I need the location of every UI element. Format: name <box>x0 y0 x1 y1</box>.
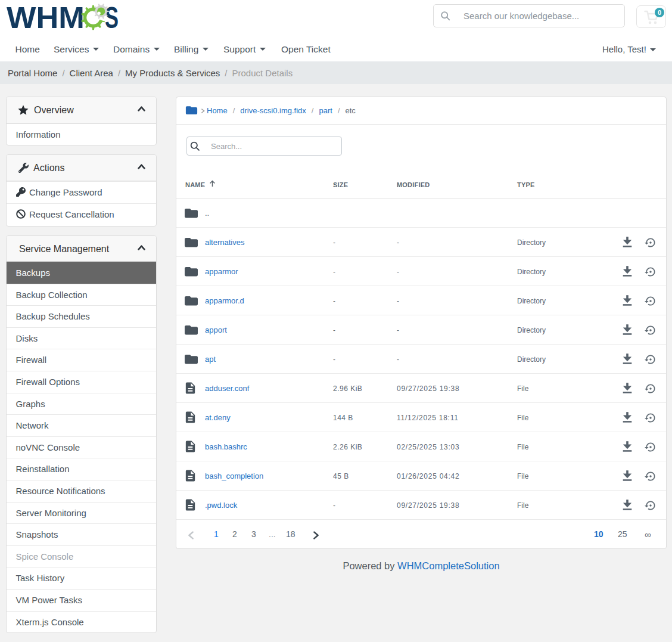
svg-text:WHM: WHM <box>7 3 85 34</box>
